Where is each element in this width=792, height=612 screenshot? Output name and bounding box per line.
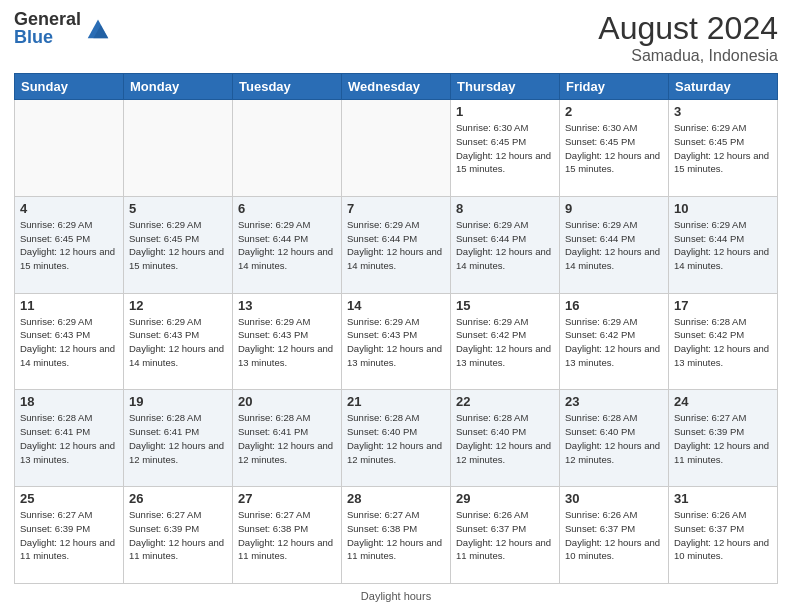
daylight: Daylight: 12 hours and 12 minutes.: [456, 440, 551, 465]
day-info: Sunrise: 6:28 AMSunset: 6:42 PMDaylight:…: [674, 315, 772, 370]
sunset: Sunset: 6:45 PM: [456, 136, 526, 147]
sunset: Sunset: 6:41 PM: [20, 426, 90, 437]
day-number: 30: [565, 491, 663, 506]
sunset: Sunset: 6:44 PM: [456, 233, 526, 244]
sunrise: Sunrise: 6:26 AM: [456, 509, 528, 520]
daylight: Daylight: 12 hours and 12 minutes.: [347, 440, 442, 465]
sunset: Sunset: 6:43 PM: [347, 329, 417, 340]
day-info: Sunrise: 6:29 AMSunset: 6:43 PMDaylight:…: [20, 315, 118, 370]
day-number: 26: [129, 491, 227, 506]
day-number: 1: [456, 104, 554, 119]
daylight: Daylight: 12 hours and 13 minutes.: [238, 343, 333, 368]
day-info: Sunrise: 6:29 AMSunset: 6:44 PMDaylight:…: [347, 218, 445, 273]
day-info: Sunrise: 6:26 AMSunset: 6:37 PMDaylight:…: [674, 508, 772, 563]
daylight: Daylight: 12 hours and 14 minutes.: [347, 246, 442, 271]
day-number: 10: [674, 201, 772, 216]
day-info: Sunrise: 6:26 AMSunset: 6:37 PMDaylight:…: [456, 508, 554, 563]
sunrise: Sunrise: 6:27 AM: [347, 509, 419, 520]
sunrise: Sunrise: 6:28 AM: [238, 412, 310, 423]
daylight: Daylight: 12 hours and 15 minutes.: [456, 150, 551, 175]
daylight: Daylight: 12 hours and 14 minutes.: [129, 343, 224, 368]
sunset: Sunset: 6:37 PM: [674, 523, 744, 534]
day-number: 8: [456, 201, 554, 216]
sunrise: Sunrise: 6:29 AM: [238, 219, 310, 230]
daylight: Daylight: 12 hours and 11 minutes.: [347, 537, 442, 562]
calendar-cell: 12Sunrise: 6:29 AMSunset: 6:43 PMDayligh…: [124, 293, 233, 390]
day-info: Sunrise: 6:30 AMSunset: 6:45 PMDaylight:…: [565, 121, 663, 176]
sunset: Sunset: 6:37 PM: [565, 523, 635, 534]
daylight: Daylight: 12 hours and 13 minutes.: [456, 343, 551, 368]
daylight: Daylight: 12 hours and 11 minutes.: [20, 537, 115, 562]
day-number: 4: [20, 201, 118, 216]
col-friday: Friday: [560, 74, 669, 100]
sunset: Sunset: 6:38 PM: [347, 523, 417, 534]
day-info: Sunrise: 6:27 AMSunset: 6:39 PMDaylight:…: [674, 411, 772, 466]
calendar-cell: [15, 100, 124, 197]
day-info: Sunrise: 6:28 AMSunset: 6:41 PMDaylight:…: [129, 411, 227, 466]
day-number: 21: [347, 394, 445, 409]
daylight: Daylight: 12 hours and 15 minutes.: [129, 246, 224, 271]
day-info: Sunrise: 6:29 AMSunset: 6:43 PMDaylight:…: [129, 315, 227, 370]
calendar-cell: 25Sunrise: 6:27 AMSunset: 6:39 PMDayligh…: [15, 487, 124, 584]
sunset: Sunset: 6:37 PM: [456, 523, 526, 534]
daylight: Daylight: 12 hours and 12 minutes.: [565, 440, 660, 465]
daylight: Daylight: 12 hours and 10 minutes.: [674, 537, 769, 562]
day-number: 24: [674, 394, 772, 409]
page: General Blue August 2024 Samadua, Indone…: [0, 0, 792, 612]
sunset: Sunset: 6:39 PM: [20, 523, 90, 534]
day-info: Sunrise: 6:26 AMSunset: 6:37 PMDaylight:…: [565, 508, 663, 563]
logo-general: General: [14, 10, 81, 28]
day-info: Sunrise: 6:28 AMSunset: 6:40 PMDaylight:…: [347, 411, 445, 466]
day-info: Sunrise: 6:29 AMSunset: 6:45 PMDaylight:…: [674, 121, 772, 176]
logo: General Blue: [14, 10, 112, 46]
sunrise: Sunrise: 6:28 AM: [456, 412, 528, 423]
sunset: Sunset: 6:44 PM: [347, 233, 417, 244]
sunrise: Sunrise: 6:26 AM: [565, 509, 637, 520]
daylight: Daylight: 12 hours and 11 minutes.: [129, 537, 224, 562]
calendar-cell: [342, 100, 451, 197]
day-number: 22: [456, 394, 554, 409]
sunset: Sunset: 6:43 PM: [20, 329, 90, 340]
day-info: Sunrise: 6:27 AMSunset: 6:38 PMDaylight:…: [347, 508, 445, 563]
sunrise: Sunrise: 6:29 AM: [347, 219, 419, 230]
calendar-week-2: 4Sunrise: 6:29 AMSunset: 6:45 PMDaylight…: [15, 196, 778, 293]
calendar-cell: 30Sunrise: 6:26 AMSunset: 6:37 PMDayligh…: [560, 487, 669, 584]
sunrise: Sunrise: 6:26 AM: [674, 509, 746, 520]
logo-text: General Blue: [14, 10, 81, 46]
sunset: Sunset: 6:42 PM: [674, 329, 744, 340]
sunrise: Sunrise: 6:29 AM: [456, 316, 528, 327]
sunrise: Sunrise: 6:30 AM: [565, 122, 637, 133]
sunset: Sunset: 6:38 PM: [238, 523, 308, 534]
calendar-cell: 23Sunrise: 6:28 AMSunset: 6:40 PMDayligh…: [560, 390, 669, 487]
day-info: Sunrise: 6:29 AMSunset: 6:44 PMDaylight:…: [456, 218, 554, 273]
col-wednesday: Wednesday: [342, 74, 451, 100]
day-number: 13: [238, 298, 336, 313]
day-info: Sunrise: 6:29 AMSunset: 6:44 PMDaylight:…: [238, 218, 336, 273]
calendar-cell: 3Sunrise: 6:29 AMSunset: 6:45 PMDaylight…: [669, 100, 778, 197]
calendar-week-5: 25Sunrise: 6:27 AMSunset: 6:39 PMDayligh…: [15, 487, 778, 584]
sunrise: Sunrise: 6:28 AM: [674, 316, 746, 327]
calendar-cell: 19Sunrise: 6:28 AMSunset: 6:41 PMDayligh…: [124, 390, 233, 487]
day-info: Sunrise: 6:27 AMSunset: 6:39 PMDaylight:…: [129, 508, 227, 563]
day-number: 14: [347, 298, 445, 313]
day-info: Sunrise: 6:29 AMSunset: 6:42 PMDaylight:…: [565, 315, 663, 370]
day-info: Sunrise: 6:29 AMSunset: 6:44 PMDaylight:…: [565, 218, 663, 273]
sunset: Sunset: 6:41 PM: [238, 426, 308, 437]
sunset: Sunset: 6:39 PM: [129, 523, 199, 534]
sunrise: Sunrise: 6:28 AM: [347, 412, 419, 423]
sunset: Sunset: 6:43 PM: [238, 329, 308, 340]
day-info: Sunrise: 6:27 AMSunset: 6:38 PMDaylight:…: [238, 508, 336, 563]
calendar-cell: 9Sunrise: 6:29 AMSunset: 6:44 PMDaylight…: [560, 196, 669, 293]
sunset: Sunset: 6:40 PM: [565, 426, 635, 437]
calendar-cell: 13Sunrise: 6:29 AMSunset: 6:43 PMDayligh…: [233, 293, 342, 390]
day-number: 12: [129, 298, 227, 313]
day-number: 25: [20, 491, 118, 506]
day-number: 20: [238, 394, 336, 409]
sunrise: Sunrise: 6:29 AM: [565, 316, 637, 327]
day-number: 7: [347, 201, 445, 216]
calendar-cell: 7Sunrise: 6:29 AMSunset: 6:44 PMDaylight…: [342, 196, 451, 293]
sunrise: Sunrise: 6:27 AM: [674, 412, 746, 423]
day-number: 23: [565, 394, 663, 409]
day-number: 29: [456, 491, 554, 506]
calendar-cell: [233, 100, 342, 197]
